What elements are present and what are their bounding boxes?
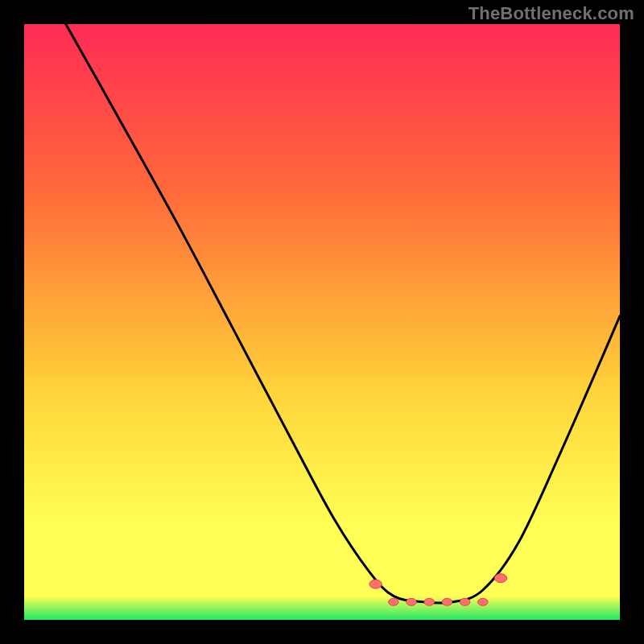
plot-area	[24, 24, 620, 620]
gradient-background	[24, 24, 620, 620]
valley-marker-4	[460, 598, 470, 605]
chart-frame: TheBottleneck.com	[0, 0, 644, 644]
valley-marker-5	[478, 598, 489, 605]
watermark-text: TheBottleneck.com	[469, 3, 634, 24]
valley-edge-marker-0	[369, 580, 382, 588]
valley-edge-marker-1	[494, 574, 506, 583]
valley-marker-1	[407, 598, 417, 605]
chart-svg	[24, 24, 620, 620]
valley-marker-2	[424, 598, 435, 605]
valley-marker-0	[389, 598, 399, 605]
valley-marker-3	[442, 598, 452, 605]
